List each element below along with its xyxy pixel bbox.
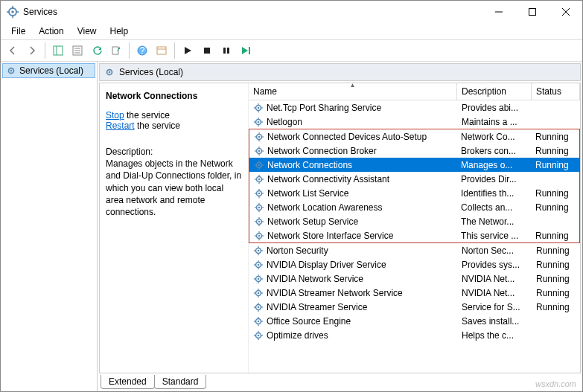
refresh-button[interactable]	[88, 42, 106, 60]
service-row[interactable]: Network Connected Devices Auto-SetupNetw…	[249, 129, 579, 144]
services-window: Services File Action View Help ? Service	[0, 0, 583, 392]
service-row[interactable]: NetlogonMaintains a ...	[249, 115, 580, 129]
service-name: Network Connectivity Assistant	[267, 174, 389, 184]
service-row[interactable]: Network Store Interface ServiceThis serv…	[249, 228, 579, 242]
tab-standard[interactable]: Standard	[154, 375, 207, 389]
restart-service-button[interactable]	[237, 42, 255, 60]
service-row[interactable]: Office Source EngineSaves install...	[249, 314, 580, 328]
service-row[interactable]: NVIDIA Streamer Network ServiceNVIDIA Ne…	[249, 286, 580, 300]
service-desc: Provides sys...	[457, 260, 532, 270]
svg-rect-24	[249, 47, 250, 54]
watermark: wsxdn.com	[535, 379, 576, 388]
service-name: Network Store Interface Service	[267, 231, 393, 241]
service-row[interactable]: Norton SecurityNorton Sec...Running	[249, 243, 580, 257]
menu-help[interactable]: Help	[104, 25, 135, 38]
window-title: Services	[23, 7, 57, 17]
col-status[interactable]: Status	[532, 83, 580, 100]
title-bar: Services	[1, 1, 582, 23]
gear-icon	[253, 103, 264, 113]
service-status: Running	[532, 245, 580, 256]
selected-service-title: Network Connections	[106, 91, 242, 101]
service-status: Running	[531, 231, 579, 241]
service-row[interactable]: Network List ServiceIdentifies th...Runn…	[249, 186, 579, 200]
service-status: Running	[531, 188, 579, 199]
service-status: Running	[531, 202, 579, 213]
toolbar-icon[interactable]	[153, 42, 171, 60]
forward-button[interactable]	[23, 42, 41, 60]
service-list: ▲ Name Description Status Net.Tcp Port S…	[249, 83, 580, 373]
svg-point-60	[258, 178, 261, 180]
gear-icon	[253, 245, 264, 256]
col-description[interactable]: Description	[457, 83, 532, 100]
svg-text:?: ?	[140, 45, 145, 56]
service-name: Net.Tcp Port Sharing Service	[267, 103, 381, 113]
service-desc: Provides abi...	[457, 103, 532, 113]
col-name[interactable]: ▲ Name	[249, 83, 457, 100]
tree-services-local[interactable]: Services (Local)	[2, 63, 95, 78]
service-row[interactable]: NVIDIA Streamer ServiceService for S...R…	[249, 300, 580, 314]
gear-icon	[253, 302, 264, 312]
gear-icon	[254, 174, 264, 184]
service-desc: Provides Dir...	[456, 174, 531, 184]
toolbar: ?	[1, 39, 582, 62]
service-row[interactable]: Network Location AwarenessCollects an...…	[249, 200, 579, 214]
sort-asc-icon: ▲	[350, 83, 356, 89]
svg-point-1	[11, 10, 14, 13]
view-tabs: Extended Standard	[98, 375, 582, 391]
pane-header-label: Services (Local)	[119, 67, 183, 77]
svg-point-84	[258, 234, 261, 237]
close-button[interactable]	[549, 1, 582, 23]
list-body[interactable]: Net.Tcp Port Sharing ServiceProvides abi…	[249, 100, 580, 373]
svg-point-30	[258, 106, 260, 109]
service-row[interactable]: Network Connectivity AssistantProvides D…	[249, 172, 579, 186]
tab-extended[interactable]: Extended	[101, 375, 155, 389]
service-row[interactable]: Network Setup ServiceThe Networ...	[249, 214, 579, 228]
gear-icon	[254, 202, 264, 213]
properties-button[interactable]	[69, 42, 86, 60]
service-desc: Helps the c...	[457, 330, 532, 341]
stop-service-button[interactable]	[198, 42, 216, 60]
svg-point-78	[258, 220, 261, 222]
menu-action[interactable]: Action	[33, 25, 69, 38]
help-button[interactable]: ?	[133, 42, 151, 60]
menu-bar: File Action View Help	[1, 23, 582, 39]
menu-file[interactable]: File	[5, 25, 31, 38]
back-button[interactable]	[4, 42, 22, 60]
service-row[interactable]: NVIDIA Display Driver ServiceProvides sy…	[249, 257, 580, 271]
stop-link[interactable]: Stop	[106, 110, 124, 121]
service-desc: Maintains a ...	[457, 117, 532, 127]
service-name: Network List Service	[267, 188, 348, 199]
menu-view[interactable]: View	[71, 25, 103, 38]
content-area: Network Connections Stop the service Res…	[99, 83, 581, 373]
export-list-button[interactable]	[107, 42, 125, 60]
pause-service-button[interactable]	[217, 42, 235, 60]
service-status: Running	[532, 302, 580, 312]
service-desc: Collects an...	[456, 202, 531, 213]
service-name: NVIDIA Display Driver Service	[267, 260, 386, 270]
gear-icon	[253, 260, 264, 270]
minimize-button[interactable]	[482, 1, 515, 23]
svg-point-42	[258, 135, 261, 138]
service-row[interactable]: Net.Tcp Port Sharing ServiceProvides abi…	[249, 100, 580, 115]
svg-point-72	[258, 206, 261, 208]
service-name: Network Connected Devices Auto-Setup	[267, 132, 427, 142]
restart-link[interactable]: Restart	[106, 121, 135, 131]
restart-line: Restart the service	[106, 121, 242, 131]
service-row[interactable]: Network ConnectionsManages o...Running	[249, 158, 579, 172]
start-service-button[interactable]	[179, 42, 197, 60]
service-status: Running	[531, 146, 579, 156]
gear-icon	[254, 132, 264, 142]
service-name: Netlogon	[267, 117, 302, 127]
svg-point-90	[258, 249, 260, 251]
svg-rect-19	[157, 47, 166, 54]
service-status: Running	[532, 274, 580, 284]
maximize-button[interactable]	[515, 1, 549, 23]
service-row[interactable]: NVIDIA Network ServiceNVIDIA Net...Runni…	[249, 271, 580, 286]
show-hide-tree-button[interactable]	[49, 42, 67, 60]
svg-point-96	[258, 263, 260, 266]
service-row[interactable]: Network Connection BrokerBrokers con...R…	[249, 144, 579, 158]
app-icon	[7, 6, 19, 18]
service-name: Network Location Awareness	[267, 202, 383, 213]
service-row[interactable]: Optimize drivesHelps the c...	[249, 328, 580, 342]
gear-icon	[254, 146, 264, 156]
